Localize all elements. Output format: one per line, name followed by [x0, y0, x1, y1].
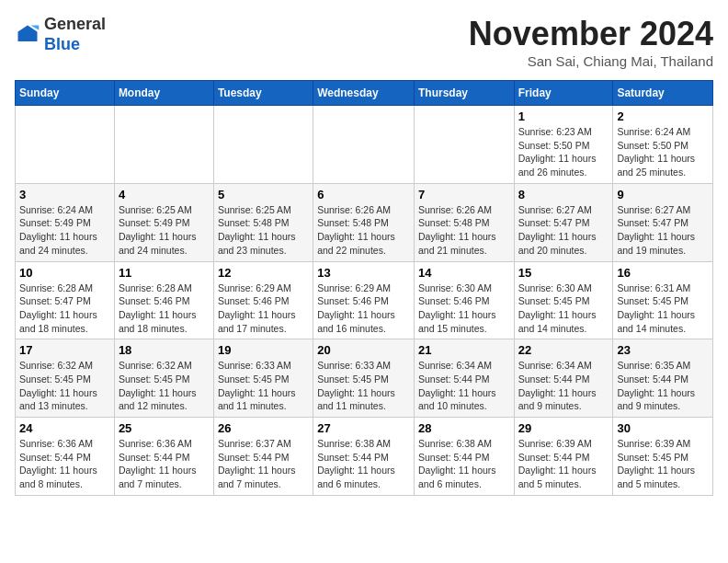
- day-number: 1: [518, 109, 609, 123]
- day-number: 14: [418, 266, 510, 280]
- day-number: 6: [317, 188, 410, 201]
- calendar-cell: 10Sunrise: 6:28 AM Sunset: 5:47 PM Dayli…: [16, 261, 115, 339]
- day-info: Sunrise: 6:39 AM Sunset: 5:44 PM Dayligh…: [518, 437, 609, 491]
- day-info: Sunrise: 6:25 AM Sunset: 5:48 PM Dayligh…: [218, 203, 309, 258]
- calendar-cell: 15Sunrise: 6:30 AM Sunset: 5:45 PM Dayli…: [514, 261, 613, 339]
- day-info: Sunrise: 6:29 AM Sunset: 5:46 PM Dayligh…: [218, 282, 309, 336]
- day-number: 17: [19, 343, 110, 357]
- day-info: Sunrise: 6:26 AM Sunset: 5:48 PM Dayligh…: [418, 203, 510, 258]
- day-info: Sunrise: 6:37 AM Sunset: 5:44 PM Dayligh…: [218, 437, 309, 491]
- day-info: Sunrise: 6:25 AM Sunset: 5:49 PM Dayligh…: [119, 203, 210, 258]
- month-title: November 2024: [469, 15, 713, 53]
- day-info: Sunrise: 6:28 AM Sunset: 5:46 PM Dayligh…: [119, 282, 210, 336]
- day-number: 10: [19, 266, 110, 280]
- day-info: Sunrise: 6:36 AM Sunset: 5:44 PM Dayligh…: [119, 437, 210, 491]
- day-info: Sunrise: 6:28 AM Sunset: 5:47 PM Dayligh…: [19, 282, 110, 336]
- logo-icon: [15, 22, 40, 48]
- header-cell-saturday: Saturday: [613, 81, 713, 106]
- calendar-cell: 23Sunrise: 6:35 AM Sunset: 5:44 PM Dayli…: [613, 339, 713, 418]
- day-info: Sunrise: 6:27 AM Sunset: 5:47 PM Dayligh…: [518, 203, 609, 258]
- calendar-cell: [16, 106, 115, 184]
- day-number: 2: [617, 109, 709, 123]
- svg-marker-0: [18, 25, 38, 41]
- day-number: 15: [518, 266, 609, 280]
- header-cell-wednesday: Wednesday: [313, 81, 415, 106]
- day-info: Sunrise: 6:26 AM Sunset: 5:48 PM Dayligh…: [317, 203, 410, 258]
- day-number: 11: [119, 266, 210, 280]
- day-number: 28: [418, 421, 510, 435]
- title-section: November 2024 San Sai, Chiang Mai, Thail…: [469, 15, 713, 69]
- calendar-week-5: 24Sunrise: 6:36 AM Sunset: 5:44 PM Dayli…: [16, 418, 713, 496]
- calendar-cell: [213, 106, 313, 184]
- calendar-cell: 14Sunrise: 6:30 AM Sunset: 5:46 PM Dayli…: [414, 261, 514, 339]
- calendar-cell: 6Sunrise: 6:26 AM Sunset: 5:48 PM Daylig…: [313, 183, 415, 261]
- day-info: Sunrise: 6:34 AM Sunset: 5:44 PM Dayligh…: [518, 359, 609, 413]
- header-cell-friday: Friday: [514, 81, 613, 106]
- day-info: Sunrise: 6:38 AM Sunset: 5:44 PM Dayligh…: [418, 437, 510, 491]
- day-info: Sunrise: 6:36 AM Sunset: 5:44 PM Dayligh…: [19, 437, 110, 491]
- day-number: 21: [418, 343, 510, 357]
- day-info: Sunrise: 6:35 AM Sunset: 5:44 PM Dayligh…: [617, 359, 709, 413]
- calendar-cell: 26Sunrise: 6:37 AM Sunset: 5:44 PM Dayli…: [213, 418, 313, 496]
- day-number: 18: [119, 343, 210, 357]
- calendar-cell: 8Sunrise: 6:27 AM Sunset: 5:47 PM Daylig…: [514, 183, 613, 261]
- calendar-cell: [114, 106, 213, 184]
- location: San Sai, Chiang Mai, Thailand: [469, 53, 713, 69]
- day-number: 20: [317, 343, 410, 357]
- header-cell-thursday: Thursday: [414, 81, 514, 106]
- day-number: 3: [19, 188, 110, 201]
- logo-general: General: [44, 15, 106, 33]
- calendar-cell: 28Sunrise: 6:38 AM Sunset: 5:44 PM Dayli…: [414, 418, 514, 496]
- header-cell-sunday: Sunday: [16, 81, 115, 106]
- day-info: Sunrise: 6:32 AM Sunset: 5:45 PM Dayligh…: [119, 359, 210, 413]
- calendar-cell: 2Sunrise: 6:24 AM Sunset: 5:50 PM Daylig…: [613, 106, 713, 184]
- page-header: General Blue November 2024 San Sai, Chia…: [15, 15, 713, 69]
- calendar-week-2: 3Sunrise: 6:24 AM Sunset: 5:49 PM Daylig…: [16, 183, 713, 261]
- logo: General Blue: [15, 15, 106, 54]
- day-number: 24: [19, 421, 110, 435]
- calendar-cell: 11Sunrise: 6:28 AM Sunset: 5:46 PM Dayli…: [114, 261, 213, 339]
- calendar-cell: 21Sunrise: 6:34 AM Sunset: 5:44 PM Dayli…: [414, 339, 514, 418]
- calendar-week-3: 10Sunrise: 6:28 AM Sunset: 5:47 PM Dayli…: [16, 261, 713, 339]
- day-info: Sunrise: 6:33 AM Sunset: 5:45 PM Dayligh…: [218, 359, 309, 413]
- calendar-week-1: 1Sunrise: 6:23 AM Sunset: 5:50 PM Daylig…: [16, 106, 713, 184]
- calendar-week-4: 17Sunrise: 6:32 AM Sunset: 5:45 PM Dayli…: [16, 339, 713, 418]
- day-number: 16: [617, 266, 709, 280]
- calendar-cell: 25Sunrise: 6:36 AM Sunset: 5:44 PM Dayli…: [114, 418, 213, 496]
- day-number: 8: [518, 188, 609, 201]
- calendar-body: 1Sunrise: 6:23 AM Sunset: 5:50 PM Daylig…: [16, 106, 713, 496]
- calendar-cell: 5Sunrise: 6:25 AM Sunset: 5:48 PM Daylig…: [213, 183, 313, 261]
- calendar-cell: [414, 106, 514, 184]
- day-number: 29: [518, 421, 609, 435]
- logo-blue: Blue: [44, 35, 80, 53]
- header-cell-monday: Monday: [114, 81, 213, 106]
- calendar-cell: 4Sunrise: 6:25 AM Sunset: 5:49 PM Daylig…: [114, 183, 213, 261]
- calendar-cell: 16Sunrise: 6:31 AM Sunset: 5:45 PM Dayli…: [613, 261, 713, 339]
- calendar-header-row: SundayMondayTuesdayWednesdayThursdayFrid…: [16, 81, 713, 106]
- day-info: Sunrise: 6:24 AM Sunset: 5:49 PM Dayligh…: [19, 203, 110, 258]
- day-number: 27: [317, 421, 410, 435]
- calendar-cell: 1Sunrise: 6:23 AM Sunset: 5:50 PM Daylig…: [514, 106, 613, 184]
- day-number: 7: [418, 188, 510, 201]
- day-info: Sunrise: 6:31 AM Sunset: 5:45 PM Dayligh…: [617, 282, 709, 336]
- day-info: Sunrise: 6:29 AM Sunset: 5:46 PM Dayligh…: [317, 282, 410, 336]
- day-number: 5: [218, 188, 309, 201]
- day-info: Sunrise: 6:39 AM Sunset: 5:45 PM Dayligh…: [617, 437, 709, 491]
- calendar-cell: 27Sunrise: 6:38 AM Sunset: 5:44 PM Dayli…: [313, 418, 415, 496]
- calendar-cell: 17Sunrise: 6:32 AM Sunset: 5:45 PM Dayli…: [16, 339, 115, 418]
- day-number: 30: [617, 421, 709, 435]
- header-cell-tuesday: Tuesday: [213, 81, 313, 106]
- calendar-cell: 3Sunrise: 6:24 AM Sunset: 5:49 PM Daylig…: [16, 183, 115, 261]
- day-number: 12: [218, 266, 309, 280]
- calendar-cell: 20Sunrise: 6:33 AM Sunset: 5:45 PM Dayli…: [313, 339, 415, 418]
- day-info: Sunrise: 6:30 AM Sunset: 5:45 PM Dayligh…: [518, 282, 609, 336]
- day-info: Sunrise: 6:24 AM Sunset: 5:50 PM Dayligh…: [617, 125, 709, 179]
- calendar-cell: 9Sunrise: 6:27 AM Sunset: 5:47 PM Daylig…: [613, 183, 713, 261]
- calendar-cell: 30Sunrise: 6:39 AM Sunset: 5:45 PM Dayli…: [613, 418, 713, 496]
- day-number: 13: [317, 266, 410, 280]
- calendar-cell: 19Sunrise: 6:33 AM Sunset: 5:45 PM Dayli…: [213, 339, 313, 418]
- day-number: 22: [518, 343, 609, 357]
- day-number: 9: [617, 188, 709, 201]
- day-info: Sunrise: 6:33 AM Sunset: 5:45 PM Dayligh…: [317, 359, 410, 413]
- calendar-table: SundayMondayTuesdayWednesdayThursdayFrid…: [15, 80, 713, 496]
